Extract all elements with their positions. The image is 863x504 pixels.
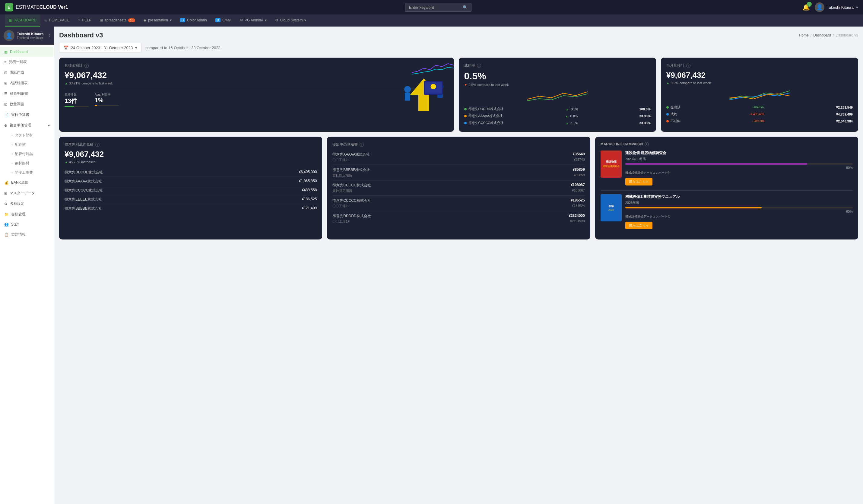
sidebar-item-settings[interactable]: ⚙ 各種設定 [0, 199, 54, 209]
master-icon: ⊞ [4, 191, 7, 196]
sidebar-item-bank[interactable]: 💰 BANK単価 [0, 177, 54, 188]
user-chevron-icon: ▾ [856, 5, 858, 10]
estimate-info-icon[interactable]: i [85, 64, 89, 68]
user-name: Takeshi Kitaura [827, 5, 854, 10]
proposal-header-2: 得意先BBBBB株式会社 ¥85859 [333, 167, 585, 173]
conversion-rate-card: 成約率 i 0.5% ▼ 0.5% compare to last week [459, 58, 656, 132]
conversion-info-icon[interactable]: i [477, 64, 481, 68]
product-date-1: 2023年10月号 [625, 157, 853, 161]
quantity-icon: ⊡ [4, 102, 7, 106]
sidebar-item-quantity[interactable]: ⊡ 数量調書 [0, 99, 54, 110]
customer-amount-title: 得意先別成約見積 i [64, 142, 317, 147]
conv-dot-2 [464, 115, 467, 117]
tab-cloud-system[interactable]: ⚙ Cloud System ▾ [272, 14, 310, 27]
conv-arrow-up-3: ▲ [566, 122, 568, 125]
help-icon: ? [78, 18, 80, 22]
sidebar-estimate-list-label: 見積一覧表 [9, 60, 27, 65]
spreadsheets-badge: 10 [128, 18, 135, 22]
sidebar-item-duct[interactable]: ダクト部材 [7, 130, 54, 140]
estimate-amount-title: 見積金額計 i [64, 63, 449, 68]
main-layout: 👤 Takeshi Kitaura Frontend developer 《 ▦… [0, 27, 863, 244]
proposal-header-5: 得意先DDDDD株式会社 ¥2324000 [333, 214, 585, 219]
user-menu[interactable]: 👤 Takeshi Kitaura ▾ [815, 2, 858, 12]
tab-homepage[interactable]: ⌂ HOMEPAGE [41, 14, 73, 27]
sidebar-item-contracts[interactable]: 📋 契約情報 [0, 229, 54, 240]
search-box[interactable]: Enter keyword 🔍 [405, 3, 472, 12]
sidebar-item-piping[interactable]: 配管材 [7, 140, 54, 149]
sidebar-item-master[interactable]: ⊞ マスターデータ [0, 188, 54, 199]
tab-email[interactable]: B Email [212, 14, 235, 27]
sidebar-item-documents[interactable]: 📁 書類管理 [0, 209, 54, 219]
breadcrumb-sep1: / [811, 33, 811, 37]
monthly-row-1: 提出済 ↑484,647 ¥2,251,549 [666, 104, 853, 111]
sidebar-quantity-label: 数量調書 [10, 102, 24, 107]
detail-icon: ☰ [4, 92, 8, 96]
pg-admin4-icon: ✉ [240, 18, 243, 22]
tab-pg-admin4[interactable]: ✉ PG Admin4 ▾ [236, 14, 270, 27]
sidebar-item-piping-accessories[interactable]: 配管付属品 [7, 149, 54, 159]
tab-help[interactable]: ? HELP [75, 14, 95, 27]
conversion-table: 得意先DDDDD株式会社 ▲ 0.0% 100.0% 得意先AAAAA株式会社 [464, 105, 651, 126]
conversion-row-1: 得意先DDDDD株式会社 ▲ 0.0% 100.0% [464, 105, 651, 113]
conversion-row-2: 得意先AAAAA株式会社 ▲ 0.0% 33.33% [464, 113, 651, 119]
app-logo[interactable]: E ESTIMATECLOUD Ver1 [5, 3, 68, 11]
tab-presentation[interactable]: ◆ presentation ▾ [140, 14, 175, 27]
product-cover-2: 改修 2023 [601, 194, 622, 222]
date-range-label: 24 October 2023 - 31 October 2023 [71, 46, 133, 50]
sidebar-item-steel[interactable]: 鋼材部材 [7, 159, 54, 168]
sidebar-item-breakdown[interactable]: ⊞ 内訳総括表 [0, 78, 54, 88]
monthly-estimate-change: ▲ 9.5% compare to last week [666, 81, 853, 85]
customer-amount-info-icon[interactable]: i [95, 143, 100, 147]
monthly-dot-2 [666, 113, 669, 115]
date-filter-bar: 📅 24 October 2023 - 31 October 2023 ▾ co… [59, 43, 858, 53]
tab-color-admin[interactable]: B Color Admin [176, 14, 211, 27]
sidebar-item-budget[interactable]: 📄 実行予算書 [0, 110, 54, 120]
estimate-count-bar [64, 106, 89, 107]
sidebar-item-detail[interactable]: ☰ 積算明細書 [0, 88, 54, 99]
documents-icon: 📁 [4, 212, 9, 216]
sidebar-user-role: Frontend developer [17, 36, 43, 39]
breadcrumb-home[interactable]: Home [799, 33, 809, 37]
proposals-info-icon[interactable]: i [360, 143, 364, 147]
piping-accessories-label: 配管付属品 [15, 151, 33, 156]
staff-icon: 👥 [4, 222, 9, 227]
tab-email-label: Email [222, 18, 232, 22]
date-range-button[interactable]: 📅 24 October 2023 - 31 October 2023 ▾ [59, 43, 142, 53]
buy-button-1[interactable]: 購入はこちら [625, 178, 652, 186]
calendar-icon: 📅 [64, 46, 68, 50]
buy-button-2[interactable]: 購入はこちら [625, 222, 652, 229]
proposal-sub-2: 貴社指定場所 ¥85859 [333, 173, 585, 178]
sidebar-contracts-label: 契約情報 [11, 232, 26, 237]
sidebar-collapse-button[interactable]: 《 [47, 33, 50, 38]
sidebar-item-staff[interactable]: 👥 Staff [0, 219, 54, 229]
sidebar-item-compound[interactable]: ⊕ 複合単価管理 ▾ [0, 120, 54, 130]
sidebar-item-estimate-list[interactable]: ≡ 見積一覧表 [0, 57, 54, 67]
duct-label: ダクト部材 [15, 133, 33, 138]
marketing-info-icon[interactable]: i [645, 142, 649, 146]
product-info-1: 建設物価-建設物価調査会 2023年10月号 80% 機械設備単価データコンバー… [625, 151, 853, 186]
estimate-amount-card: 見積金額計 i ¥9,067,432 ▲ 33.21% compare to l… [59, 58, 454, 132]
customer-amount-value: ¥9,067,432 [64, 150, 317, 159]
monthly-info-icon[interactable]: i [686, 64, 690, 68]
tab-spreadsheets-label: spreadsheets [105, 18, 126, 22]
piping-label: 配管材 [15, 142, 26, 147]
tab-spreadsheets[interactable]: ⊞ spreadsheets 10 [96, 14, 139, 27]
search-icon: 🔍 [463, 5, 467, 10]
nav-right: 🔔 5 👤 Takeshi Kitaura ▾ [802, 2, 858, 12]
breadcrumb-dashboard[interactable]: Dashboard [813, 33, 831, 37]
sidebar-navigation: ▦ Dashboard ≡ 見積一覧表 ⊟ 表紙作成 ⊞ 内訳総括表 ☰ 積算明… [0, 45, 54, 242]
bottom-cards-grid: 得意先別成約見積 i ¥9,067,432 ▲ 45.76% increased… [59, 137, 858, 239]
sidebar-dashboard-label: Dashboard [10, 50, 28, 54]
tab-dashboard[interactable]: ▦ DASHBOARD [5, 14, 40, 27]
tab-navigation: ▦ DASHBOARD ⌂ HOMEPAGE ? HELP ⊞ spreadsh… [0, 14, 863, 27]
monthly-table: 提出済 ↑484,647 ¥2,251,549 成約 ↓4,495,459 ¥4… [666, 104, 853, 125]
notification-button[interactable]: 🔔 5 [802, 4, 810, 11]
sidebar-cover-page-label: 表紙作成 [10, 70, 24, 75]
sidebar-item-dashboard[interactable]: ▦ Dashboard [0, 47, 54, 57]
sidebar-item-indirect[interactable]: 間接工事費 [7, 168, 54, 177]
sidebar-item-cover-page[interactable]: ⊟ 表紙作成 [0, 67, 54, 78]
product-cover-1: 建設物価 建設物価調査会 [601, 151, 622, 178]
sidebar-compound-label: 複合単価管理 [10, 123, 32, 128]
product-progress-bar-2 [625, 207, 853, 209]
estimate-amount-value: ¥9,067,432 [64, 71, 449, 80]
